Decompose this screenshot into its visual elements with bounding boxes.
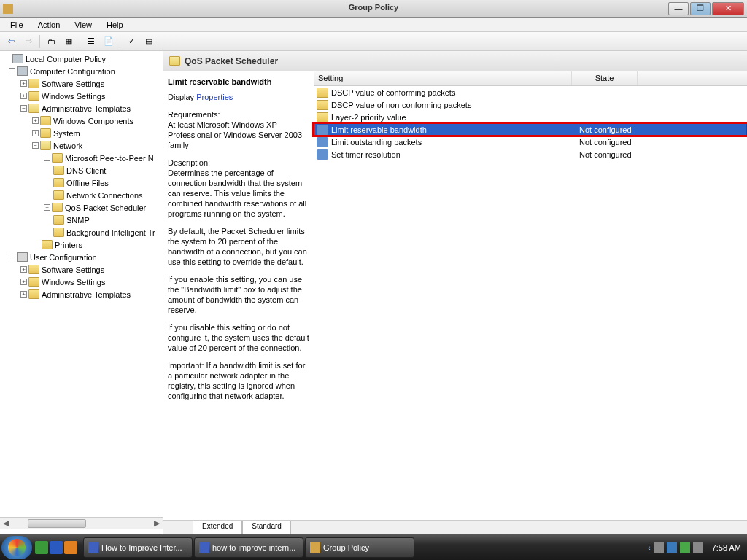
show-hide-button[interactable]: ▦	[61, 34, 77, 50]
expand-icon[interactable]: +	[32, 130, 39, 136]
system-tray[interactable]: ‹	[643, 542, 708, 553]
expand-icon[interactable]: +	[32, 117, 39, 124]
col-setting[interactable]: Setting	[314, 71, 572, 85]
tree-software-settings[interactable]: +Software Settings	[0, 77, 163, 90]
close-button[interactable]: ✕	[712, 2, 744, 15]
tray-icon[interactable]	[667, 542, 677, 553]
menu-action[interactable]: Action	[31, 19, 68, 31]
tab-extended[interactable]: Extended	[193, 521, 242, 534]
list-row[interactable]: Set timer resolutionNot configured	[314, 148, 747, 160]
expand-icon[interactable]: +	[44, 204, 50, 211]
folder-icon	[28, 289, 39, 299]
refresh-button[interactable]: ✓	[123, 34, 139, 50]
collapse-icon[interactable]: −	[9, 254, 15, 260]
tree-background-transfer[interactable]: Background Intelligent Tr	[0, 226, 163, 238]
expand-icon[interactable]: +	[20, 291, 27, 298]
list-row[interactable]: Limit outstanding packetsNot configured	[314, 136, 747, 148]
clock[interactable]: 7:58 AM	[708, 543, 746, 552]
tree-user-windows[interactable]: +Windows Settings	[0, 276, 163, 288]
tray-chevron-icon[interactable]: ‹	[648, 543, 651, 552]
toolbar: ⇦ ⇨ 🗀 ▦ ☰ 📄 ✓ ▤	[0, 32, 747, 51]
folder-icon	[42, 240, 53, 249]
expand-icon[interactable]: +	[44, 155, 50, 161]
expand-icon[interactable]: +	[20, 93, 27, 99]
tree-network-connections[interactable]: Network Connections	[0, 189, 163, 201]
properties-button[interactable]: ☰	[83, 34, 99, 50]
forward-button[interactable]: ⇨	[20, 34, 36, 50]
folder-icon	[28, 265, 39, 274]
back-button[interactable]: ⇦	[3, 34, 19, 50]
folder-icon	[317, 112, 328, 122]
expand-icon[interactable]: +	[20, 279, 27, 285]
tree-user-software[interactable]: +Software Settings	[0, 263, 163, 276]
volume-icon[interactable]	[693, 542, 703, 553]
tree-peer-to-peer[interactable]: +Microsoft Peer-to-Peer N	[0, 152, 163, 164]
menu-view[interactable]: View	[67, 19, 99, 31]
folder-icon	[53, 166, 64, 175]
tray-icon[interactable]	[654, 542, 664, 553]
export-button[interactable]: 📄	[101, 34, 117, 50]
list-row[interactable]: DSCP value of non-conforming packets	[314, 98, 747, 111]
expand-icon[interactable]: +	[20, 266, 27, 273]
list-header: Setting State	[314, 71, 747, 86]
list-row[interactable]: Layer-2 priority value	[314, 111, 747, 123]
tab-bar: Extended Standard	[163, 520, 747, 534]
quicklaunch-icon[interactable]	[35, 541, 48, 554]
taskbar-item[interactable]: Group Policy	[305, 537, 414, 558]
app-icon	[3, 4, 13, 14]
tree-user-config[interactable]: −User Configuration	[0, 251, 163, 263]
menu-help[interactable]: Help	[99, 19, 131, 31]
list-row-selected[interactable]: Limit reservable bandwidthNot configured	[314, 123, 747, 136]
description-pane: Limit reservable bandwidth Display Prope…	[163, 71, 314, 520]
menu-file[interactable]: File	[3, 19, 31, 31]
folder-icon	[28, 91, 39, 101]
folder-icon	[317, 88, 328, 98]
setting-title: Limit reservable bandwidth	[168, 77, 311, 86]
taskbar-item[interactable]: how to improve intern...	[194, 537, 303, 558]
expand-icon[interactable]: +	[20, 80, 27, 87]
tree-snmp[interactable]: SNMP	[0, 214, 163, 226]
menubar: File Action View Help	[0, 18, 747, 32]
tree-computer-config[interactable]: −Computer Configuration	[0, 65, 163, 77]
tab-standard[interactable]: Standard	[242, 521, 291, 534]
folder-open-icon	[40, 141, 51, 150]
collapse-icon[interactable]: −	[32, 142, 39, 149]
properties-link[interactable]: Properties	[196, 93, 233, 101]
tree-scrollbar[interactable]: ◀ ▶	[0, 517, 163, 529]
start-button[interactable]	[1, 536, 32, 559]
tree-user-admin[interactable]: +Administrative Templates	[0, 288, 163, 300]
tray-icon[interactable]	[680, 542, 690, 553]
tree-admin-templates[interactable]: −Administrative Templates	[0, 102, 163, 114]
folder-icon	[52, 203, 63, 212]
tree-network[interactable]: −Network	[0, 139, 163, 152]
taskbar-item[interactable]: How to Improve Inter...	[83, 537, 193, 558]
tree-system[interactable]: +System	[0, 127, 163, 139]
quicklaunch-icon[interactable]	[64, 541, 77, 554]
list-row[interactable]: DSCP value of conforming packets	[314, 86, 747, 98]
tree-printers[interactable]: Printers	[0, 238, 163, 251]
tree-qos[interactable]: +QoS Packet Scheduler	[0, 201, 163, 214]
settings-list: Setting State DSCP value of conforming p…	[314, 71, 747, 520]
collapse-icon[interactable]: −	[20, 105, 27, 112]
folder-icon	[53, 215, 64, 225]
setting-icon	[317, 137, 328, 147]
titlebar: Group Policy — ❐ ✕	[0, 0, 747, 18]
tree-windows-components[interactable]: +Windows Components	[0, 114, 163, 127]
policy-icon	[12, 54, 23, 63]
folder-open-icon	[169, 56, 180, 66]
tree-root[interactable]: Local Computer Policy	[0, 52, 163, 65]
tree-dns-client[interactable]: DNS Client	[0, 164, 163, 176]
content-header: QoS Packet Scheduler	[163, 51, 747, 71]
maximize-button[interactable]: ❐	[690, 2, 711, 15]
scrollbar-thumb[interactable]	[28, 519, 86, 528]
quicklaunch-icon[interactable]	[50, 541, 63, 554]
filter-button[interactable]: ▤	[141, 34, 157, 50]
setting-icon	[317, 149, 328, 160]
collapse-icon[interactable]: −	[9, 68, 15, 74]
up-button[interactable]: 🗀	[43, 34, 59, 50]
folder-icon	[53, 178, 64, 187]
tree-windows-settings[interactable]: +Windows Settings	[0, 90, 163, 102]
col-state[interactable]: State	[572, 71, 638, 85]
minimize-button[interactable]: —	[668, 2, 689, 15]
tree-offline-files[interactable]: Offline Files	[0, 176, 163, 189]
